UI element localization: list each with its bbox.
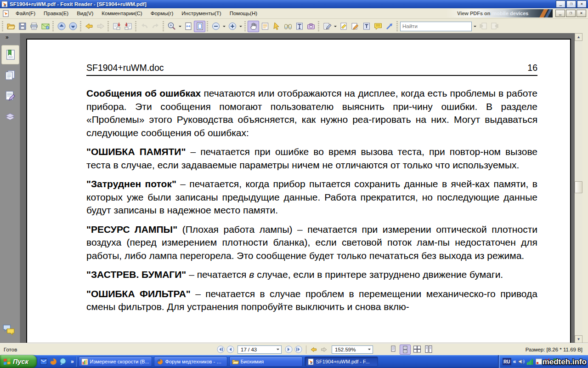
tray-chevron-icon[interactable]: « [513,358,516,365]
nav-last-icon[interactable] [294,345,302,353]
prev-view-icon[interactable] [56,21,67,32]
zoom-tool-icon[interactable] [166,21,177,32]
zoom-in-dropdown[interactable] [238,21,243,31]
zoom-out-dropdown[interactable] [221,21,226,31]
tray-volume-icon[interactable] [518,358,525,365]
close-button[interactable]: ✕ [577,0,587,8]
clipboard-copy-icon[interactable] [111,21,122,32]
arrow-annot-icon[interactable] [384,21,395,32]
firefox-ql-icon[interactable] [49,357,57,366]
select-tool-icon[interactable] [271,21,282,32]
zoom-out-icon[interactable] [210,21,221,32]
sidebar-item-annotations[interactable] [1,86,18,105]
hand-tool-icon[interactable] [248,21,259,32]
vertical-scrollbar[interactable]: ▲ ▼ [575,33,582,343]
document-window-icon [2,10,9,17]
sidebar-item-pages[interactable] [1,66,18,84]
pen-icon[interactable] [321,21,333,32]
note-icon[interactable] [372,21,384,32]
page-header: SF1904+ruWM.doc 16 [86,63,537,73]
doc-restore-button[interactable]: ❐ [566,10,576,17]
toolbar-grip [135,21,136,31]
tray-signal-icon[interactable] [526,358,534,365]
paragraph: "ОШИБКА ФИЛЬТРА" – печатается в случае п… [86,288,537,314]
menu-item[interactable]: Помощь(H) [226,9,261,17]
redo-icon[interactable] [150,21,161,32]
hist-forward-icon[interactable] [320,346,328,353]
page-number-combo[interactable]: 17 / 43 [237,345,282,354]
search-icon[interactable] [282,21,294,32]
menu-item[interactable]: Инструменты(T) [177,9,225,17]
zoom-in-icon[interactable] [226,21,238,32]
taskbar-task[interactable]: SF1904+ruWM.pdf - F... [305,356,378,367]
find-prev-icon[interactable] [477,21,489,32]
minimize-button[interactable]: _ [556,0,565,8]
taskbar-task[interactable]: Измерение скорости (В... [79,356,152,367]
doc-minimize-button[interactable]: _ [555,10,565,17]
taskbar-task[interactable]: Форум медтехников - М... [154,356,227,367]
tray-scan-icon[interactable] [535,358,543,365]
find-next-icon[interactable] [489,21,500,32]
snapshot-icon[interactable] [305,21,317,32]
messenger-icon[interactable] [59,357,67,366]
print-icon[interactable] [28,21,40,32]
mobile-devices-ad-banner[interactable]: View PDFs on mobile devices [446,9,553,17]
open-folder-icon[interactable] [5,21,17,32]
select-text-icon[interactable] [294,21,305,32]
language-indicator[interactable]: RU [503,358,511,365]
paragraph: "ЗАСТРЕВ. БУМАГИ" – печатается в случае,… [86,268,537,282]
highlight-icon[interactable] [338,21,349,32]
zoom-level-combo[interactable]: 152.59% [332,345,373,354]
pdf-page[interactable]: SF1904+ruWM.doc 16 Сообщения об ошибках … [26,39,571,343]
layout-single-icon[interactable] [388,345,398,354]
scroll-down-icon[interactable]: ▼ [575,335,582,343]
title-bar: SF1904+ruWM.pdf - Foxit Reader - [SF1904… [0,0,588,8]
save-icon[interactable] [17,21,28,32]
page-number-value: 17 / 43 [241,347,275,352]
next-view-icon[interactable] [67,21,79,32]
restore-button[interactable]: ❐ [566,0,576,8]
fit-width-icon[interactable] [182,21,194,32]
comments-icon[interactable] [2,323,18,337]
status-ready: Готов [4,347,216,352]
banner-text: View PDFs on [457,11,491,16]
nav-first-icon[interactable] [217,345,225,353]
pencil-icon[interactable] [349,21,361,32]
hist-back-icon[interactable] [310,346,318,353]
task-label: Измерение скорости (В... [90,359,149,364]
scroll-up-icon[interactable]: ▲ [575,33,582,41]
reading-mode-icon[interactable] [259,21,271,32]
nav-prev-icon[interactable] [226,345,234,353]
menu-item[interactable]: Вид(V) [73,9,97,17]
go-forward-icon[interactable] [95,21,106,32]
fit-page-icon[interactable] [194,21,205,32]
expand-panel-icon[interactable]: » [6,34,8,40]
paragraph: "ОШИБКА ПАМЯТИ" – печатается при ошибке … [86,145,537,172]
email-icon[interactable]: e [40,21,51,32]
sidebar-item-layers[interactable] [1,107,18,126]
layout-continuous-icon[interactable] [400,345,411,355]
nav-next-icon[interactable] [285,345,293,353]
layout-facing-icon[interactable] [412,345,422,354]
scrollbar-thumb[interactable] [575,181,582,193]
find-input[interactable] [400,22,472,31]
quick-launch-more-icon[interactable]: » [70,358,75,365]
toolbar-grip [107,21,109,31]
undo-icon[interactable] [138,21,150,32]
find-dropdown[interactable] [472,21,477,31]
menu-item[interactable]: Комментарии(C) [97,9,146,17]
zoom-tool-dropdown[interactable] [177,21,182,31]
start-button[interactable]: Пуск [0,355,37,368]
pen-dropdown[interactable] [333,21,338,31]
layout-cont-facing-icon[interactable] [424,345,434,354]
sidebar-item-bookmarks[interactable] [1,45,19,64]
menu-item[interactable]: Правка(E) [40,9,73,17]
go-back-icon[interactable] [83,21,95,32]
taskbar-task[interactable]: Биохимия [229,356,303,367]
typewriter-icon[interactable] [361,21,372,32]
menu-item[interactable]: Файл(F) [11,9,40,17]
doc-close-button[interactable]: ✕ [577,10,586,17]
outlook-icon[interactable] [40,357,48,366]
clipboard-paste-icon[interactable] [122,21,134,32]
menu-item[interactable]: Формы(г) [147,9,178,17]
